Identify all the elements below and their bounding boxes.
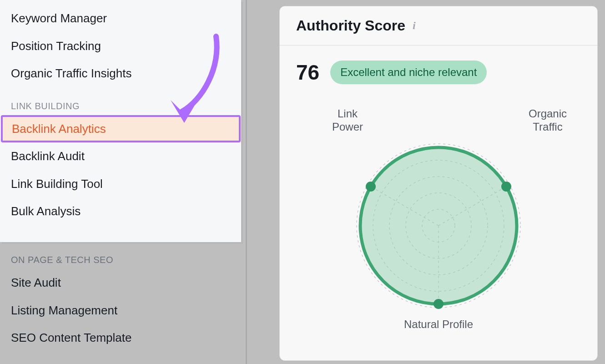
sidebar-item-listing-management[interactable]: Listing Management: [0, 297, 241, 324]
svg-point-9: [366, 182, 376, 192]
sidebar-item-keyword-manager[interactable]: Keyword Manager: [0, 5, 241, 32]
card-header: Authority Score i: [280, 6, 597, 46]
score-badge: Excellent and niche relevant: [330, 61, 487, 84]
sidebar: Keyword Manager Position Tracking Organi…: [0, 0, 241, 242]
sidebar-item-backlink-analytics[interactable]: Backlink Analytics: [1, 115, 241, 143]
card-title: Authority Score: [296, 17, 405, 34]
axis-label-natural-profile: Natural Profile: [404, 318, 473, 331]
sidebar-item-site-audit[interactable]: Site Audit: [0, 269, 241, 297]
sidebar-section-link-building: LINK BUILDING: [0, 87, 241, 115]
info-icon[interactable]: i: [413, 20, 416, 32]
authority-score-value: 76: [296, 60, 319, 85]
svg-point-11: [434, 299, 444, 309]
radar-chart: LinkPower OrganicTraffic Natural Profile: [311, 103, 566, 339]
svg-point-8: [360, 147, 517, 304]
score-row: 76 Excellent and niche relevant: [280, 46, 597, 85]
sidebar-item-backlink-audit[interactable]: Backlink Audit: [0, 142, 241, 170]
sidebar-item-seo-content-template[interactable]: SEO Content Template: [0, 324, 241, 352]
axis-label-organic-traffic: OrganicTraffic: [516, 107, 580, 134]
sidebar-section-onpage: ON PAGE & TECH SEO: [0, 246, 241, 269]
sidebar-item-organic-traffic-insights[interactable]: Organic Traffic Insights: [0, 60, 241, 87]
vertical-divider: [246, 0, 247, 364]
authority-score-card: Authority Score i 76 Excellent and niche…: [279, 6, 598, 361]
axis-label-link-power: LinkPower: [320, 107, 375, 134]
sidebar-item-link-building-tool[interactable]: Link Building Tool: [0, 170, 241, 198]
sidebar-item-position-tracking[interactable]: Position Tracking: [0, 32, 241, 60]
svg-point-10: [501, 182, 511, 192]
sidebar-item-bulk-analysis[interactable]: Bulk Analysis: [0, 197, 241, 225]
sidebar-lower: ON PAGE & TECH SEO Site Audit Listing Ma…: [0, 246, 241, 352]
